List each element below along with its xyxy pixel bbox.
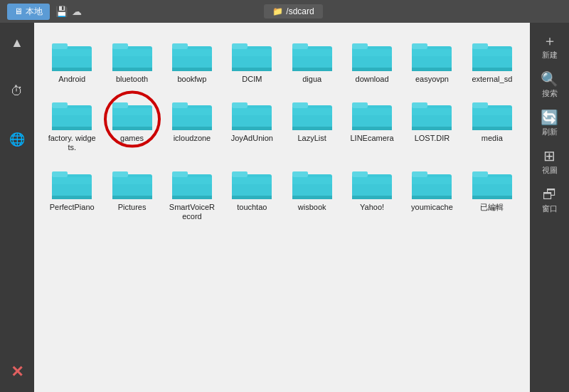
folder-label-android: Android: [58, 75, 85, 84]
folder-icon-touchtao: [230, 164, 273, 201]
svg-rect-87: [352, 196, 392, 199]
svg-rect-9: [172, 43, 188, 49]
folder-icon-download: [351, 36, 393, 73]
folder-label-yahoo: Yahoo!: [360, 203, 384, 212]
svg-rect-73: [172, 171, 188, 177]
plus-icon: ＋: [543, 33, 557, 48]
svg-rect-49: [292, 102, 308, 108]
folder-icon-perfectpiano: [50, 164, 93, 201]
svg-rect-19: [292, 68, 332, 71]
svg-rect-66: [52, 177, 92, 184]
svg-rect-5: [112, 43, 128, 49]
folder-label-dcim: DCIM: [242, 75, 262, 84]
globe-btn[interactable]: 🌐: [3, 125, 31, 154]
timer-btn[interactable]: ⏱: [3, 77, 31, 105]
svg-rect-3: [52, 68, 92, 71]
refresh-label: 刷新: [542, 127, 558, 137]
svg-rect-35: [52, 127, 92, 130]
folder-icon-bookfwp: [171, 36, 213, 73]
folder-label-pictures: Pictures: [118, 203, 147, 212]
folder-item-media[interactable]: media: [465, 92, 519, 155]
folder-item-download[interactable]: download: [345, 33, 399, 87]
svg-rect-15: [232, 68, 272, 71]
folder-label-smartvoicerecord: SmartVoiceRecord: [168, 203, 216, 221]
svg-rect-25: [412, 43, 427, 49]
folder-item-factory_widgets[interactable]: factory. widgets.: [45, 92, 99, 155]
monitor-icon: 🖥: [14, 6, 23, 16]
folder-item-android[interactable]: Android: [45, 33, 99, 87]
svg-rect-2: [52, 49, 92, 56]
folder-label-lost_dir: LOST.DIR: [415, 134, 450, 143]
folder-item-joyadunion[interactable]: JoyAdUnion: [225, 92, 279, 155]
folder-grid: Android bluetooth bookfwp: [45, 33, 519, 224]
svg-rect-59: [412, 127, 452, 130]
folder-icon-media: [471, 95, 514, 132]
window-button[interactable]: 🗗 窗口: [533, 182, 567, 219]
folder-item-yahoo[interactable]: Yahoo!: [345, 161, 399, 224]
svg-rect-10: [172, 49, 212, 56]
window-icon: 🗗: [543, 187, 557, 201]
folder-path-icon: 📁: [272, 6, 283, 16]
folder-icon-youmicache: [410, 164, 453, 201]
folder-item-digua[interactable]: digua: [285, 33, 339, 87]
close-icon: ✕: [11, 363, 23, 381]
left-sidebar: ▲ ⏱ 🌐 ✕: [0, 23, 34, 392]
folder-label-edited: 已編輯: [480, 203, 504, 212]
svg-rect-14: [232, 49, 272, 56]
folder-item-lazylist[interactable]: LazyList: [285, 92, 339, 155]
folder-icon-edited: [471, 164, 514, 201]
folder-icon-android: [50, 36, 93, 73]
svg-rect-47: [232, 127, 272, 130]
refresh-button[interactable]: 🔄 刷新: [533, 105, 567, 142]
local-tab[interactable]: 🖥 本地: [7, 4, 50, 20]
folder-item-lost_dir[interactable]: LOST.DIR: [405, 92, 459, 155]
folder-item-dcim[interactable]: DCIM: [225, 33, 279, 87]
folder-item-smartvoicerecord[interactable]: SmartVoiceRecord: [165, 161, 219, 224]
folder-item-edited[interactable]: 已編輯: [465, 161, 519, 224]
svg-rect-74: [172, 177, 212, 184]
folder-item-easyovpn[interactable]: easyovpn: [405, 33, 459, 87]
view-button[interactable]: ⊞ 視圖: [533, 144, 567, 181]
folder-label-youmicache: youmicache: [411, 203, 453, 212]
folder-item-perfectpiano[interactable]: PerfectPiano: [45, 161, 99, 224]
svg-rect-43: [172, 127, 212, 130]
folder-icon-wisbook: [291, 164, 334, 201]
folder-item-touchtao[interactable]: touchtao: [225, 161, 279, 224]
new-label: 新建: [542, 50, 558, 60]
svg-rect-61: [472, 102, 488, 108]
folder-item-games[interactable]: games: [105, 92, 159, 155]
svg-rect-30: [472, 49, 512, 56]
usb-icon: 💾: [55, 6, 68, 17]
svg-rect-31: [472, 68, 512, 71]
path-tab[interactable]: 📁 /sdcard: [264, 4, 322, 18]
folder-item-bookfwp[interactable]: bookfwp: [165, 33, 219, 87]
new-button[interactable]: ＋ 新建: [533, 28, 567, 65]
svg-rect-13: [232, 43, 248, 49]
folder-item-youmicache[interactable]: youmicache: [405, 161, 459, 224]
close-btn[interactable]: ✕: [3, 358, 31, 386]
svg-rect-34: [52, 108, 92, 115]
svg-rect-86: [352, 177, 392, 184]
svg-rect-26: [412, 49, 452, 56]
search-button[interactable]: 🔍 搜索: [533, 67, 567, 104]
folder-item-pictures[interactable]: Pictures: [105, 161, 159, 224]
svg-rect-77: [232, 171, 248, 177]
svg-rect-39: [112, 127, 152, 130]
folder-item-linecamera[interactable]: LINEcamera: [345, 92, 399, 155]
folder-item-external_sd[interactable]: external_sd: [465, 33, 519, 87]
collapse-btn[interactable]: ▲: [3, 28, 31, 57]
folder-label-bookfwp: bookfwp: [177, 75, 206, 84]
folder-label-joyadunion: JoyAdUnion: [231, 134, 273, 143]
folder-item-icloudzone[interactable]: icloudzone: [165, 92, 219, 155]
svg-rect-29: [472, 43, 488, 49]
svg-rect-75: [172, 196, 212, 199]
svg-rect-71: [112, 196, 152, 199]
folder-icon-smartvoicerecord: [171, 164, 213, 201]
wifi-icon: ☁: [72, 6, 82, 17]
grid-icon: ⊞: [543, 149, 555, 163]
folder-icon-pictures: [111, 164, 154, 201]
folder-item-bluetooth[interactable]: bluetooth: [105, 33, 159, 87]
folder-label-easyovpn: easyovpn: [415, 75, 449, 84]
folder-item-wisbook[interactable]: wisbook: [285, 161, 339, 224]
svg-rect-67: [52, 196, 92, 199]
